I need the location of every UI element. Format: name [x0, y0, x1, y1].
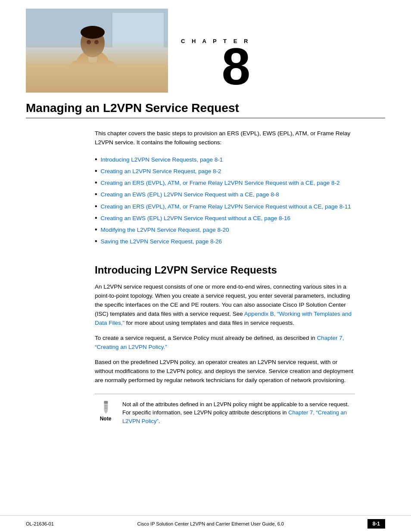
section-paragraph-1: An L2VPN service request consists of one… — [95, 283, 355, 328]
svg-point-8 — [81, 26, 105, 39]
svg-rect-4 — [26, 69, 168, 93]
note-icon-area: Note — [95, 400, 116, 422]
svg-rect-16 — [104, 401, 108, 403]
footer-page-number: 8-1 — [367, 519, 385, 529]
header-image — [26, 9, 168, 93]
svg-point-10 — [94, 40, 99, 44]
svg-point-5 — [73, 60, 112, 82]
svg-point-9 — [87, 40, 91, 44]
section-paragraph-2: To create a service request, a Service P… — [95, 334, 355, 352]
note-pencil-icon — [99, 400, 112, 414]
chapter-block: C H A P T E R 8 — [181, 38, 250, 93]
footer-doc-number: OL-21636-01 — [26, 521, 54, 526]
svg-rect-11 — [80, 78, 106, 93]
svg-rect-6 — [88, 50, 97, 62]
toc-item-5: Creating an ERS (EVPL), ATM, or Frame Re… — [95, 200, 355, 212]
toc-item-4: Creating an EWS (EPL) L2VPN Service Requ… — [95, 188, 355, 200]
title-divider — [26, 118, 385, 118]
section-paragraph-3: Based on the predefined L2VPN policy, an… — [95, 358, 355, 385]
page: C H A P T E R 8 Managing an L2VPN Servic… — [0, 0, 411, 532]
toc-item-7: Modifying the L2VPN Service Request, pag… — [95, 224, 355, 235]
svg-point-12 — [78, 90, 94, 93]
toc-link-2[interactable]: Creating an L2VPN Service Request, page … — [101, 167, 221, 177]
toc-list: Introducing L2VPN Service Requests, page… — [95, 153, 355, 247]
note-label: Note — [100, 416, 112, 422]
toc-link-5[interactable]: Creating an ERS (EVPL), ATM, or Frame Re… — [101, 202, 351, 212]
toc-item-6: Creating an EWS (EPL) L2VPN Service Requ… — [95, 212, 355, 224]
chapter-number: 8 — [222, 44, 251, 88]
note-text: Not all of the attributes defined in an … — [122, 400, 355, 426]
svg-marker-15 — [104, 411, 108, 414]
toc-item-8: Saving the L2VPN Service Request, page 8… — [95, 235, 355, 247]
toc-link-8[interactable]: Saving the L2VPN Service Request, page 8… — [101, 237, 222, 247]
toc-item-2: Creating an L2VPN Service Request, page … — [95, 165, 355, 177]
main-content: This chapter covers the basic steps to p… — [0, 129, 411, 425]
toc-link-4[interactable]: Creating an EWS (EPL) L2VPN Service Requ… — [101, 190, 279, 200]
toc-link-1[interactable]: Introducing L2VPN Service Requests, page… — [101, 155, 223, 165]
toc-item-1: Introducing L2VPN Service Requests, page… — [95, 153, 355, 165]
toc-link-3[interactable]: Creating an ERS (EVPL), ATM, or Frame Re… — [101, 178, 340, 188]
footer-title: Cisco IP Solution Center L2VPN and Carri… — [137, 521, 284, 526]
page-title: Managing an L2VPN Service Request — [0, 101, 411, 115]
footer: OL-21636-01 Cisco IP Solution Center L2V… — [0, 515, 411, 532]
note-box: Note Not all of the attributes defined i… — [95, 394, 355, 426]
toc-item-3: Creating an ERS (EVPL), ATM, or Frame Re… — [95, 177, 355, 188]
svg-point-13 — [91, 90, 107, 93]
toc-link-6[interactable]: Creating an EWS (EPL) L2VPN Service Requ… — [101, 214, 290, 224]
svg-rect-2 — [112, 13, 164, 47]
section-heading-introducing: Introducing L2VPN Service Requests — [95, 260, 355, 276]
intro-paragraph: This chapter covers the basic steps to p… — [95, 129, 355, 147]
toc-link-7[interactable]: Modifying the L2VPN Service Request, pag… — [101, 225, 229, 235]
header-area: C H A P T E R 8 — [0, 0, 411, 93]
